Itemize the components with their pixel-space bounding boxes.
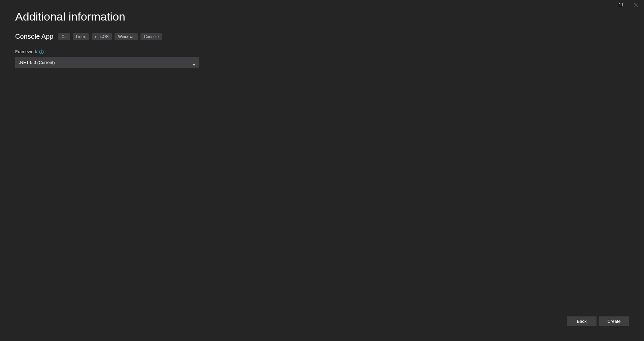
svg-rect-7 [41,51,42,53]
back-button[interactable]: Back [567,316,597,326]
framework-label: Framework [15,49,37,54]
svg-rect-1 [619,4,622,7]
tag-macos: macOS [92,33,112,40]
project-header-row: Console App C# Linux macOS Windows Conso… [15,33,629,40]
framework-selected-value: .NET 5.0 (Current) [19,60,193,65]
create-button[interactable]: Create [599,316,629,326]
project-type-name: Console App [15,33,53,40]
framework-dropdown[interactable]: .NET 5.0 (Current) [15,57,199,68]
close-button[interactable] [629,0,644,10]
framework-label-row: Framework [15,49,629,54]
tag-csharp: C# [58,33,70,40]
chevron-down-icon [193,61,195,64]
close-icon [634,3,638,7]
restore-icon [619,3,623,7]
tag-windows: Windows [115,33,138,40]
maximize-restore-button[interactable] [613,0,629,10]
window-titlebar [613,0,644,10]
tag-console: Console [140,33,162,40]
info-icon[interactable] [39,49,44,54]
tag-linux: Linux [73,33,89,40]
main-content: Additional information Console App C# Li… [0,0,644,78]
footer-buttons: Back Create [567,316,629,326]
project-tags: C# Linux macOS Windows Console [58,33,162,40]
svg-rect-6 [41,50,42,51]
page-title: Additional information [15,10,629,23]
